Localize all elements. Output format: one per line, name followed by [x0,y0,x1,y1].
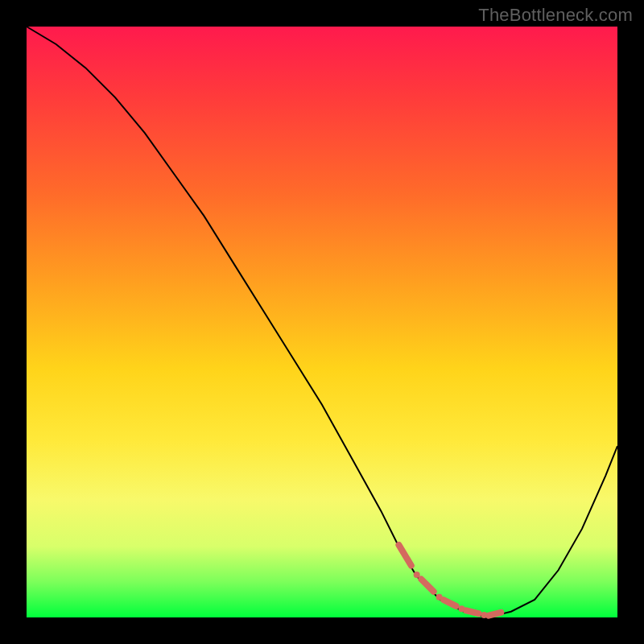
marker-seg-5 [489,613,501,616]
marker-seg-4 [466,610,478,613]
marker-seg-2 [421,580,433,592]
marker-dot-4 [481,612,487,618]
marker-dot-3 [459,605,465,612]
optimal-range-marker [398,545,501,618]
bottleneck-curve [27,27,617,617]
marker-seg-3 [444,600,456,606]
marker-dot-1 [414,572,420,578]
watermark-text: TheBottleneck.com [478,5,633,26]
chart-frame: TheBottleneck.com [0,0,644,644]
curve-layer [27,27,617,617]
plot-area [27,27,617,617]
marker-dot-2 [436,594,443,601]
marker-seg-1 [398,545,411,566]
